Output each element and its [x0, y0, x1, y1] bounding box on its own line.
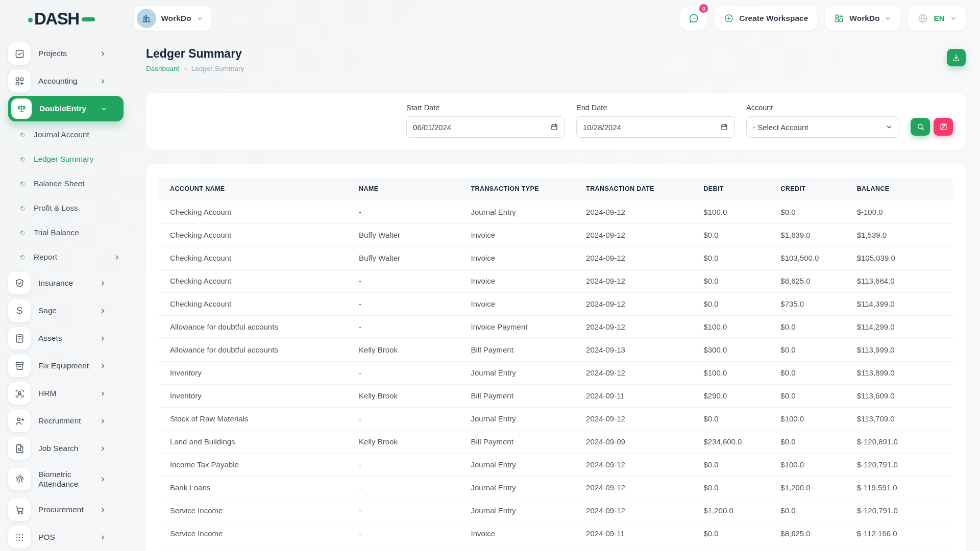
sidebar-item-job-search[interactable]: Job Search: [8, 435, 132, 462]
sidebar-item-pos[interactable]: POS: [8, 523, 132, 551]
sidebar-item-label: HRM: [38, 388, 100, 398]
col-transaction-type: TRANSACTION TYPE: [471, 177, 586, 201]
account-field: Account - Select Account: [746, 104, 899, 138]
sidebar-item-label: Biometric Attendance: [38, 469, 100, 489]
bullet-icon: [19, 132, 26, 138]
sidebar-subitem-journal-account[interactable]: Journal Account: [8, 122, 132, 147]
sage-s-icon: S: [8, 299, 31, 322]
table-header-row: ACCOUNT NAME NAME TRANSACTION TYPE TRANS…: [159, 177, 953, 201]
sidebar-subitem-ledger-summary[interactable]: Ledger Summary: [8, 147, 132, 171]
logo-text: DASH: [34, 10, 79, 27]
start-date-input[interactable]: 06/01/2024: [406, 116, 565, 138]
calendar-icon: [720, 123, 728, 131]
chevron-right-icon: [100, 445, 106, 452]
ledger-table-card: ACCOUNT NAME NAME TRANSACTION TYPE TRANS…: [146, 164, 966, 551]
sidebar-item-accounting[interactable]: Accounting: [8, 67, 132, 95]
create-workspace-button[interactable]: Create Workspace: [715, 6, 817, 31]
sidebar-subitem-balance-sheet[interactable]: Balance Sheet: [8, 171, 132, 196]
export-download-button[interactable]: [947, 49, 966, 66]
user-plus-icon: [8, 410, 31, 432]
sidebar-subitem-label: Journal Account: [34, 130, 132, 139]
messages-button[interactable]: 0: [680, 6, 707, 31]
account-label: Account: [746, 104, 899, 112]
sidebar-subitem-report[interactable]: Report: [8, 245, 132, 269]
clipboard-off-icon: [939, 122, 948, 131]
sidebar-item-label: Projects: [38, 48, 100, 58]
bullet-icon: [19, 230, 26, 236]
end-date-input[interactable]: 10/28/2024: [576, 116, 735, 138]
table-row: Land and BuildingsKelly BrookBill Paymen…: [159, 430, 953, 453]
table-row: Checking AccountBuffy WalterInvoice2024-…: [159, 223, 953, 246]
ledger-table-body: Checking Account-Journal Entry2024-09-12…: [159, 201, 953, 545]
bullet-icon: [19, 205, 26, 212]
globe-icon: [917, 13, 928, 24]
table-row: Inventory-Journal Entry2024-09-12$100.0$…: [159, 361, 953, 384]
start-date-label: Start Date: [406, 104, 565, 112]
end-date-field: End Date 10/28/2024: [576, 104, 735, 138]
sidebar-item-projects[interactable]: Projects: [8, 40, 132, 67]
sidebar-item-recruitment[interactable]: Recruitment: [8, 407, 132, 435]
sidebar-item-assets[interactable]: Assets: [8, 324, 132, 352]
page-title: Ledger Summary: [146, 47, 244, 61]
search-icon: [916, 122, 925, 131]
table-row: InventoryKelly BrookBill Payment2024-09-…: [159, 384, 953, 407]
chevron-down-icon: [886, 123, 893, 131]
sidebar-item-sage[interactable]: SSage: [8, 297, 132, 324]
col-account-name: ACCOUNT NAME: [159, 177, 359, 201]
chevron-right-icon: [100, 507, 106, 513]
fingerprint-icon: [8, 468, 31, 490]
table-row: Checking Account-Journal Entry2024-09-12…: [159, 201, 953, 223]
breadcrumb: Dashboard › Ledger Summary: [146, 64, 244, 72]
col-balance: BALANCE: [857, 177, 953, 201]
bullet-icon: [19, 156, 26, 163]
sidebar-item-hrm[interactable]: HRM: [8, 380, 132, 407]
user-scan-icon: [8, 382, 31, 405]
chat-bubble-icon: [688, 13, 699, 24]
table-row: Service Income-Invoice2024-09-11$0.0$8,6…: [159, 522, 953, 545]
building-icon: [137, 9, 156, 28]
grid-plus-icon: [834, 13, 844, 23]
app-menu-label: WorkDo: [849, 14, 879, 23]
sidebar-subitem-profit-loss[interactable]: Profit & Loss: [8, 196, 132, 220]
sidebar-subitem-label: Profit & Loss: [34, 204, 132, 213]
table-row: Allowance for doubtful accountsKelly Bro…: [159, 338, 953, 361]
account-select[interactable]: - Select Account: [746, 116, 899, 138]
cart-icon: [8, 498, 31, 521]
messages-count-badge: 0: [698, 3, 709, 14]
sidebar-item-label: Recruitment: [38, 416, 100, 425]
bullet-icon: [19, 181, 26, 187]
chevron-right-icon: [100, 418, 106, 424]
archive-box-icon: [8, 355, 31, 377]
sidebar-item-label: Insurance: [38, 278, 100, 288]
language-selector[interactable]: EN: [908, 6, 966, 31]
breadcrumb-current: Ledger Summary: [191, 65, 244, 72]
bullet-icon: [19, 254, 26, 261]
table-row: Service Income-Journal Entry2024-09-12$1…: [159, 499, 953, 522]
brand-logo: DASH: [28, 10, 95, 27]
ledger-table: ACCOUNT NAME NAME TRANSACTION TYPE TRANS…: [159, 177, 953, 545]
end-date-value: 10/28/2024: [583, 123, 621, 132]
filter-reset-button[interactable]: [934, 118, 953, 136]
language-code: EN: [934, 14, 945, 23]
sidebar-item-fix-equipment[interactable]: Fix Equipment: [8, 352, 132, 380]
sidebar-item-label: Assets: [38, 333, 100, 343]
filter-search-button[interactable]: [911, 118, 930, 136]
chevron-right-icon: ›: [184, 64, 187, 72]
filter-card: Start Date 06/01/2024 End Date 10/28/202…: [146, 93, 966, 150]
sidebar-subitem-trial-balance[interactable]: Trial Balance: [8, 220, 132, 245]
sidebar-item-label: Sage: [38, 306, 100, 315]
sidebar-item-doubleentry[interactable]: DoubleEntry: [8, 96, 124, 121]
table-row: Allowance for doubtful accounts-Invoice …: [159, 315, 953, 338]
workspace-switcher[interactable]: WorkDo: [134, 6, 211, 31]
col-name: NAME: [359, 177, 471, 201]
top-header: DASH WorkDo 0 Create Workspace: [0, 0, 980, 37]
app-menu-button[interactable]: WorkDo: [825, 6, 900, 31]
chevron-down-icon: [885, 15, 891, 22]
breadcrumb-dashboard-link[interactable]: Dashboard: [146, 65, 180, 72]
filter-buttons: [911, 118, 953, 136]
col-transaction-date: TRANSACTION DATE: [586, 177, 703, 201]
account-select-value: - Select Account: [753, 123, 808, 132]
sidebar-item-insurance[interactable]: Insurance: [8, 269, 132, 297]
sidebar-item-biometric-attendance[interactable]: Biometric Attendance: [8, 462, 132, 496]
sidebar-item-procurement[interactable]: Procurement: [8, 496, 132, 523]
